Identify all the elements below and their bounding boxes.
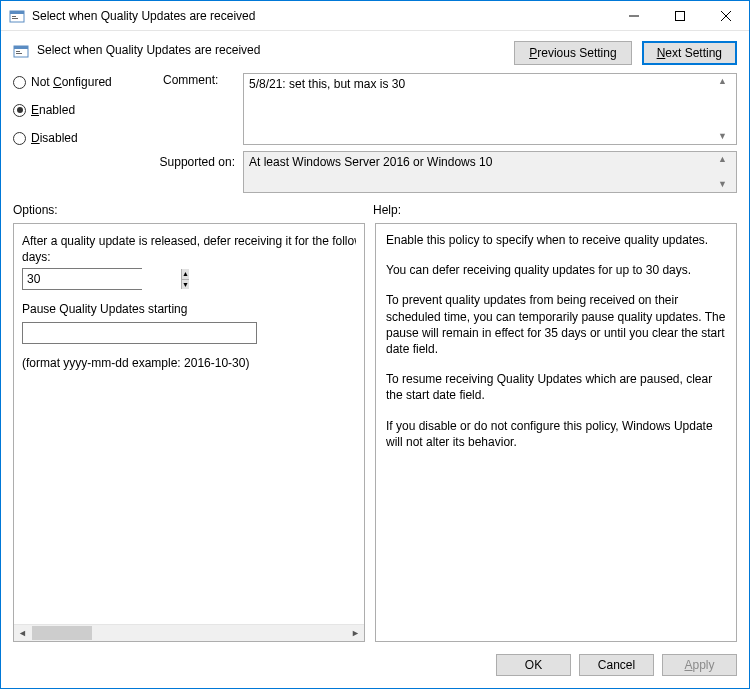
state-radio-group: Not Configured Enabled Disabled xyxy=(13,73,163,145)
cancel-button[interactable]: Cancel xyxy=(579,654,654,676)
maximize-icon xyxy=(675,11,685,21)
help-text: To resume receiving Quality Updates whic… xyxy=(386,371,726,403)
minimize-icon xyxy=(629,11,639,21)
help-text: To prevent quality updates from being re… xyxy=(386,292,726,357)
radio-icon xyxy=(13,76,26,89)
prev-label-rest: revious Setting xyxy=(537,46,616,60)
help-text: You can defer receiving quality updates … xyxy=(386,262,726,278)
scroll-down-icon[interactable]: ▼ xyxy=(714,180,731,189)
supported-text: At least Windows Server 2016 or Windows … xyxy=(249,155,714,189)
next-label-rest: ext Setting xyxy=(665,46,722,60)
next-setting-button[interactable]: Next Setting xyxy=(642,41,737,65)
radio-label: Not Configured xyxy=(31,75,112,89)
close-icon xyxy=(721,11,731,21)
help-text: If you disable or do not configure this … xyxy=(386,418,726,450)
pause-date-label: Pause Quality Updates starting xyxy=(22,302,356,316)
policy-icon xyxy=(13,43,29,59)
help-text: Enable this policy to specify when to re… xyxy=(386,232,726,248)
help-panel: Enable this policy to specify when to re… xyxy=(375,223,737,642)
spinner-buttons: ▲ ▼ xyxy=(181,269,189,289)
spinner-down-button[interactable]: ▼ xyxy=(182,280,189,290)
defer-days-input[interactable] xyxy=(23,269,181,289)
policy-editor-window: Select when Quality Updates are received… xyxy=(0,0,750,689)
help-label: Help: xyxy=(373,203,401,217)
header-row: Select when Quality Updates are received… xyxy=(13,41,737,65)
svg-rect-3 xyxy=(12,18,18,19)
minimize-button[interactable] xyxy=(611,1,657,30)
format-hint: (format yyyy-mm-dd example: 2016-10-30) xyxy=(22,356,356,370)
app-icon xyxy=(9,8,25,24)
comment-label: Comment: xyxy=(163,73,243,145)
previous-setting-button[interactable]: Previous Setting xyxy=(514,41,631,65)
close-button[interactable] xyxy=(703,1,749,30)
supported-scroll: ▲ ▼ xyxy=(714,155,731,189)
scroll-up-icon[interactable]: ▲ xyxy=(714,77,731,86)
ok-button[interactable]: OK xyxy=(496,654,571,676)
window-body: Select when Quality Updates are received… xyxy=(1,31,749,688)
radio-not-configured[interactable]: Not Configured xyxy=(13,75,163,89)
maximize-button[interactable] xyxy=(657,1,703,30)
comment-field[interactable]: 5/8/21: set this, but max is 30 ▲ ▼ xyxy=(243,73,737,145)
options-panel: After a quality update is released, defe… xyxy=(13,223,365,642)
scroll-down-icon[interactable]: ▼ xyxy=(714,132,731,141)
radio-icon xyxy=(13,104,26,117)
svg-rect-11 xyxy=(16,53,22,54)
panels-header: Options: Help: xyxy=(13,203,737,217)
options-content: After a quality update is released, defe… xyxy=(14,224,364,624)
defer-days-spinner[interactable]: ▲ ▼ xyxy=(22,268,142,290)
svg-rect-1 xyxy=(10,11,24,14)
panels: After a quality update is released, defe… xyxy=(13,223,737,642)
radio-enabled[interactable]: Enabled xyxy=(13,103,163,117)
defer-days-label-line2: days: xyxy=(22,250,356,264)
svg-rect-9 xyxy=(14,46,28,49)
radio-disabled[interactable]: Disabled xyxy=(13,131,163,145)
supported-row: Supported on: At least Windows Server 20… xyxy=(13,151,737,193)
policy-title: Select when Quality Updates are received xyxy=(37,41,514,57)
svg-rect-10 xyxy=(16,51,20,52)
spinner-up-button[interactable]: ▲ xyxy=(182,269,189,280)
defer-days-label: After a quality update is released, defe… xyxy=(22,234,356,248)
nav-buttons: Previous Setting Next Setting xyxy=(514,41,737,65)
options-horizontal-scrollbar[interactable]: ◄ ► xyxy=(14,624,364,641)
comment-text: 5/8/21: set this, but max is 30 xyxy=(249,77,714,141)
scroll-left-button[interactable]: ◄ xyxy=(14,625,31,642)
apply-button[interactable]: Apply xyxy=(662,654,737,676)
titlebar: Select when Quality Updates are received xyxy=(1,1,749,31)
svg-rect-2 xyxy=(12,16,16,17)
titlebar-controls xyxy=(611,1,749,30)
supported-label: Supported on: xyxy=(13,151,243,193)
radio-label: Disabled xyxy=(31,131,78,145)
dialog-footer: OK Cancel Apply xyxy=(13,642,737,676)
scroll-right-button[interactable]: ► xyxy=(347,625,364,642)
options-label: Options: xyxy=(13,203,373,217)
titlebar-text: Select when Quality Updates are received xyxy=(32,9,611,23)
comment-scroll: ▲ ▼ xyxy=(714,77,731,141)
radio-label: Enabled xyxy=(31,103,75,117)
supported-field: At least Windows Server 2016 or Windows … xyxy=(243,151,737,193)
svg-rect-5 xyxy=(676,11,685,20)
pause-date-input[interactable] xyxy=(22,322,257,344)
config-row: Not Configured Enabled Disabled Comment:… xyxy=(13,73,737,145)
radio-icon xyxy=(13,132,26,145)
scrollbar-thumb[interactable] xyxy=(32,626,92,640)
scroll-up-icon[interactable]: ▲ xyxy=(714,155,731,164)
